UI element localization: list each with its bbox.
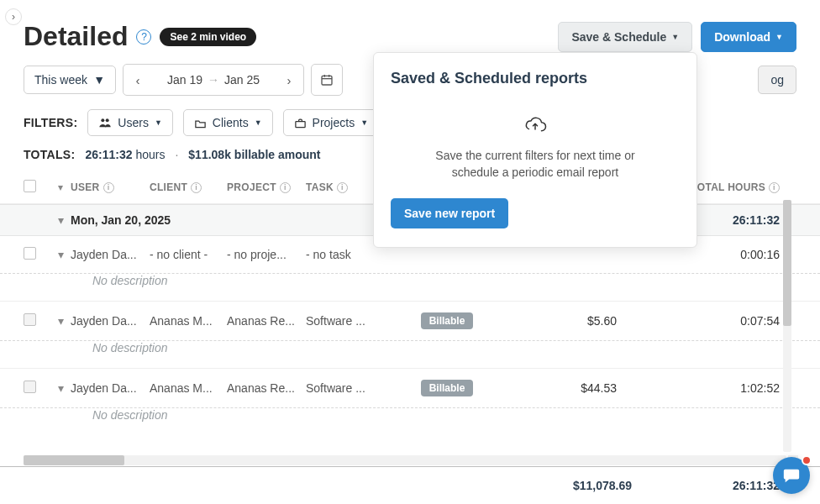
users-icon <box>98 117 112 129</box>
footer-hours: 26:11:32 <box>632 479 780 492</box>
calendar-icon <box>320 73 334 87</box>
date-navigator: ‹ Jan 19 → Jan 25 › <box>123 64 304 96</box>
save-new-report-button[interactable]: Save new report <box>391 198 508 228</box>
column-task[interactable]: TASK <box>306 181 334 193</box>
chevron-down-icon[interactable]: ▾ <box>50 213 71 227</box>
cell-hours: 0:07:54 <box>633 314 796 328</box>
cell-amount: $5.60 <box>497 314 633 328</box>
saved-scheduled-popover: Saved & Scheduled reports Save the curre… <box>373 52 697 248</box>
chevron-down-icon: ▼ <box>155 118 162 127</box>
chat-widget-button[interactable] <box>773 457 810 494</box>
scrollbar-thumb[interactable] <box>24 455 124 465</box>
info-icon[interactable]: i <box>280 182 291 193</box>
row-description: No description <box>0 274 820 302</box>
save-schedule-label: Save & Schedule <box>571 30 666 44</box>
see-video-badge[interactable]: See 2 min video <box>160 28 256 46</box>
arrow-right-icon: → <box>208 73 219 87</box>
expand-sidebar-toggle[interactable]: › <box>5 8 22 25</box>
svg-rect-6 <box>295 121 304 127</box>
horizontal-scrollbar[interactable] <box>24 455 786 465</box>
totals-billable: $11.08k billable amount <box>188 148 320 161</box>
cell-project: Ananas Re... <box>227 381 306 395</box>
column-project[interactable]: PROJECT <box>227 181 276 193</box>
chat-icon <box>782 466 801 485</box>
cell-project: - no proje... <box>227 248 306 261</box>
filter-projects-label: Projects <box>313 116 355 129</box>
chevron-down-icon: ▼ <box>671 33 679 41</box>
row-checkbox[interactable] <box>24 381 36 393</box>
download-label: Download <box>714 30 770 44</box>
notification-badge <box>802 455 812 465</box>
filter-projects[interactable]: Projects ▼ <box>283 109 380 136</box>
table-row[interactable]: ▾ Jayden Da... Ananas M... Ananas Re... … <box>0 302 820 341</box>
totals-hours-word: hours <box>135 148 165 161</box>
popover-title: Saved & Scheduled reports <box>391 70 680 87</box>
info-icon[interactable]: i <box>337 182 348 193</box>
save-schedule-button[interactable]: Save & Schedule ▼ <box>558 22 692 52</box>
filter-clients-label: Clients <box>213 116 249 129</box>
separator-dot: · <box>175 148 178 161</box>
cell-task: Software ... <box>306 381 397 395</box>
folder-icon <box>194 118 207 129</box>
filter-clients[interactable]: Clients ▼ <box>183 109 273 136</box>
scrollbar-thumb[interactable] <box>783 200 791 326</box>
date-range-display[interactable]: Jan 19 → Jan 25 <box>152 73 275 87</box>
group-date: Mon, Jan 20, 2025 <box>71 213 171 227</box>
popover-text-line2: schedule a periodic email report <box>401 164 670 181</box>
help-icon[interactable]: ? <box>136 29 151 45</box>
billable-badge: Billable <box>421 312 474 329</box>
sort-caret-icon[interactable]: ▾ <box>50 181 71 193</box>
cell-project: Ananas Re... <box>227 314 306 328</box>
totals-label: TOTALS: <box>24 148 75 161</box>
cell-hours: 1:02:52 <box>633 381 796 395</box>
date-to: Jan 25 <box>224 73 260 87</box>
date-range-select[interactable]: This week ▼ <box>24 66 116 94</box>
chevron-down-icon[interactable]: ▾ <box>50 248 71 261</box>
footer-amount: $11,078.69 <box>497 479 632 492</box>
row-checkbox[interactable] <box>24 247 36 260</box>
chevron-down-icon[interactable]: ▾ <box>50 314 71 328</box>
cell-client: Ananas M... <box>150 314 227 328</box>
cell-user: Jayden Da... <box>71 314 150 328</box>
row-description: No description <box>0 341 820 369</box>
date-from: Jan 19 <box>167 73 202 87</box>
date-range-label: This week <box>34 73 87 87</box>
row-checkbox[interactable] <box>24 313 36 326</box>
briefcase-icon <box>294 118 307 129</box>
info-icon[interactable]: i <box>769 182 780 193</box>
cell-task: Software ... <box>306 314 397 328</box>
next-period-button[interactable]: › <box>275 65 303 95</box>
chevron-down-icon: ▼ <box>360 118 368 127</box>
column-client[interactable]: CLIENT <box>150 181 187 193</box>
page-title: Detailed <box>24 21 128 52</box>
info-icon[interactable]: i <box>191 182 202 193</box>
audit-log-button[interactable]: og <box>758 66 796 94</box>
chevron-down-icon: ▼ <box>775 33 783 41</box>
column-total-hours[interactable]: OTAL HOURS <box>697 181 765 193</box>
cell-task: - no task <box>306 248 397 261</box>
billable-badge: Billable <box>421 380 474 396</box>
cell-user: Jayden Da... <box>71 248 150 261</box>
calendar-button[interactable] <box>311 64 343 96</box>
filter-users-label: Users <box>118 116 149 129</box>
row-description: No description <box>0 408 820 435</box>
popover-text-line1: Save the current filters for next time o… <box>401 147 670 164</box>
cell-hours: 0:00:16 <box>633 248 796 261</box>
info-icon[interactable]: i <box>103 182 114 193</box>
chevron-down-icon[interactable]: ▾ <box>50 381 71 395</box>
cell-client: Ananas M... <box>150 381 227 395</box>
select-all-checkbox[interactable] <box>24 180 36 192</box>
cell-amount: $44.53 <box>497 381 633 395</box>
filter-users[interactable]: Users ▼ <box>87 109 172 136</box>
chevron-down-icon: ▼ <box>93 73 105 87</box>
totals-footer: $11,078.69 26:11:32 <box>0 466 820 504</box>
chevron-down-icon: ▼ <box>255 118 262 127</box>
svg-point-4 <box>102 118 105 122</box>
cloud-upload-icon <box>523 116 548 134</box>
download-button[interactable]: Download ▼ <box>701 22 796 52</box>
cell-user: Jayden Da... <box>71 381 150 395</box>
prev-period-button[interactable]: ‹ <box>124 65 152 95</box>
table-row[interactable]: ▾ Jayden Da... Ananas M... Ananas Re... … <box>0 369 820 408</box>
column-user[interactable]: USER <box>71 181 100 193</box>
vertical-scrollbar[interactable] <box>783 200 791 452</box>
